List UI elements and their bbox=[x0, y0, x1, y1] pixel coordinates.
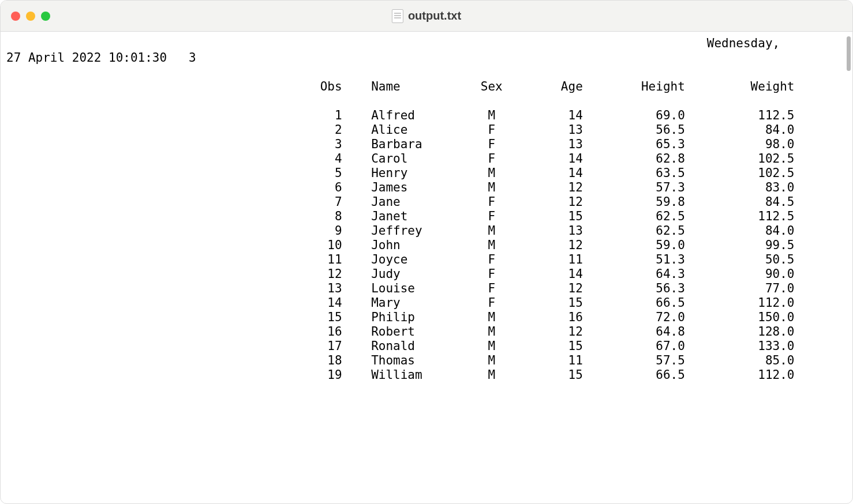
text-output: Wednesday, 27 April 2022 10:01:30 3 Obs … bbox=[6, 36, 794, 382]
window-titlebar: output.txt bbox=[1, 1, 852, 32]
window-title-text: output.txt bbox=[408, 9, 461, 22]
minimize-window-icon[interactable] bbox=[26, 12, 35, 21]
window-controls bbox=[11, 12, 50, 21]
file-content[interactable]: Wednesday, 27 April 2022 10:01:30 3 Obs … bbox=[1, 32, 852, 504]
window-title: output.txt bbox=[392, 9, 461, 23]
close-window-icon[interactable] bbox=[11, 12, 20, 21]
maximize-window-icon[interactable] bbox=[41, 12, 50, 21]
document-icon bbox=[392, 9, 403, 23]
scrollbar-thumb[interactable] bbox=[847, 36, 851, 71]
